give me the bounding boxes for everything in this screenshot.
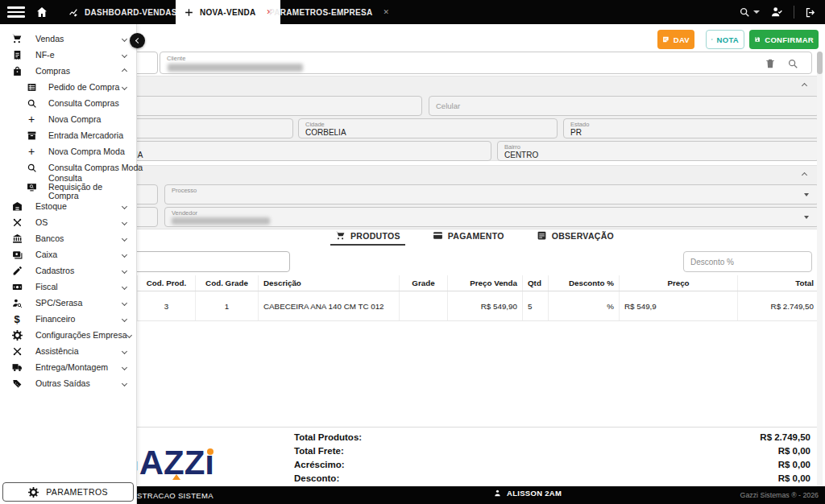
chevron-down-icon <box>122 35 127 41</box>
sidebar-item-consulta-requisicao[interactable]: Consulta Requisição de Compra <box>0 176 136 198</box>
sidebar-item-consulta-compras[interactable]: Consulta Compras <box>0 95 136 111</box>
chevron-down-icon <box>122 348 127 353</box>
search-icon <box>26 162 37 173</box>
cell-total: R$ 2.749,50 <box>738 291 819 321</box>
tab-pagamento[interactable]: PAGAMENTO <box>428 230 509 246</box>
search-icon <box>739 6 750 18</box>
plus-icon <box>184 7 194 18</box>
celular-field[interactable]: Celular <box>429 96 819 116</box>
product-search-input[interactable] <box>121 251 290 272</box>
statusbar-user: ALISSON 2AM <box>493 489 562 498</box>
dollar-icon: $ <box>11 313 23 324</box>
tab-label: NOVA-VENDA <box>200 8 255 17</box>
total-frete-row: Total Frete: R$ 0,00 <box>121 444 819 457</box>
table-header-row: Cod. Prod. Cod. Grade Descrição Grade Pr… <box>138 275 819 291</box>
cell-preco-venda: R$ 549,90 <box>448 291 523 321</box>
sidebar-item-fiscal[interactable]: Fiscal <box>0 279 136 295</box>
sidebar-item-nova-compra[interactable]: + Nova Compra <box>0 111 136 127</box>
home-icon[interactable] <box>35 6 48 19</box>
sidebar-item-bancos[interactable]: Bancos <box>0 230 136 246</box>
products-table: Cod. Prod. Cod. Grade Descrição Grade Pr… <box>137 275 819 321</box>
col-cod-prod: Cod. Prod. <box>138 275 196 291</box>
logout-icon[interactable] <box>805 6 817 19</box>
sidebar-item-nfe[interactable]: NF-e <box>0 47 136 63</box>
chevron-up-icon <box>122 68 127 73</box>
estado-field[interactable]: Estado PR <box>563 118 819 138</box>
logo-accent <box>172 474 180 480</box>
col-preco: Preço <box>620 275 738 291</box>
scrollbar-track[interactable] <box>817 52 823 488</box>
chevron-down-icon <box>804 193 809 196</box>
sidebar-item-entrada-mercadoria[interactable]: Entrada Mercadoria <box>0 127 136 143</box>
cep-field[interactable] <box>122 118 293 138</box>
sidebar-item-configuracoes-empresa[interactable]: Configurações Empresa <box>0 327 136 343</box>
discount-input[interactable] <box>683 251 812 272</box>
cidade-label: Cidade <box>305 121 325 128</box>
sidebar-item-vendas[interactable]: Vendas <box>0 31 136 47</box>
scrollbar-thumb[interactable] <box>817 52 823 74</box>
col-desconto: Desconto % <box>549 275 620 291</box>
sidebar-collapse-button[interactable] <box>130 33 145 48</box>
parametros-button[interactable]: PARAMETROS <box>2 482 134 502</box>
cell-descricao: CABECEIRA ANA 140 CM TC 012 <box>259 291 400 321</box>
table-row[interactable]: 3 1 CABECEIRA ANA 140 CM TC 012 R$ 549,9… <box>138 291 819 321</box>
sidebar-item-spc-serasa[interactable]: SPC/Serasa <box>0 295 136 311</box>
user-check-icon[interactable] <box>770 6 783 19</box>
bank-icon <box>11 233 23 244</box>
cliente-field[interactable]: Cliente <box>160 52 812 74</box>
hamburger-menu-icon[interactable] <box>7 6 25 18</box>
vendedor-select[interactable]: Vendedor <box>164 207 819 227</box>
sidebar-item-nova-compra-moda[interactable]: + Nova Compra Moda <box>0 143 136 159</box>
nota-button[interactable]: NOTA <box>706 30 744 49</box>
desconto-row: Desconto: R$ 0,00 <box>121 471 819 485</box>
chevron-down-icon <box>753 10 760 14</box>
processo-select[interactable]: Processo <box>164 184 819 204</box>
collapse-section-icon[interactable] <box>802 83 807 89</box>
search-icon <box>26 97 37 109</box>
bag-icon <box>11 65 23 76</box>
confirmar-button[interactable]: CONFIRMAR <box>749 30 819 49</box>
trash-icon[interactable] <box>765 58 776 69</box>
tab-label: PARAMETROS-EMPRESA <box>269 8 373 17</box>
sidebar-item-cadastros[interactable]: Cadastros <box>0 262 136 279</box>
cell-grade <box>400 291 448 321</box>
endereco-field[interactable]: IA <box>122 141 491 161</box>
tab-parametros-empresa[interactable]: PARAMETROS-EMPRESA ✕ <box>261 0 397 24</box>
tab-observacao[interactable]: OBSERVAÇÃO <box>532 230 619 246</box>
close-icon[interactable]: ✕ <box>383 8 390 16</box>
box-icon <box>26 130 37 141</box>
sidebar-item-entrega-montagem[interactable]: Entrega/Montagem <box>0 359 136 375</box>
vendedor-label: Vendedor <box>172 209 197 217</box>
search-menu[interactable] <box>739 6 760 18</box>
sidebar-item-financeiro[interactable]: $ Financeiro <box>0 311 136 327</box>
bairro-label: Bairro <box>504 143 520 151</box>
chevron-down-icon <box>122 300 127 305</box>
search-icon[interactable] <box>787 58 798 69</box>
cliente-value-redacted <box>168 64 303 72</box>
sidebar-item-assistencia[interactable]: Assistência <box>0 343 136 359</box>
sidebar-item-pedido-de-compra[interactable]: Pedido de Compra <box>0 79 136 95</box>
collapse-section-icon[interactable] <box>802 172 807 178</box>
sidebar-item-caixa[interactable]: Caixa <box>0 246 136 262</box>
processo-label: Processo <box>172 187 197 194</box>
save-icon <box>754 35 761 44</box>
bairro-field[interactable]: Bairro CENTRO <box>497 141 819 161</box>
col-preco-venda: Preço Venda <box>448 275 523 291</box>
sidebar-item-estoque[interactable]: Estoque <box>0 198 136 214</box>
dav-button[interactable]: DAV <box>657 30 694 49</box>
note-icon <box>537 230 547 241</box>
estado-label: Estado <box>570 121 589 128</box>
main-content: DAV NOTA CONFIRMAR Cliente Celular Cidad… <box>129 24 825 486</box>
sidebar-item-compras[interactable]: Compras <box>0 63 136 79</box>
cidade-field[interactable]: Cidade CORBELIA <box>298 118 558 138</box>
tab-produtos[interactable]: PRODUTOS <box>330 230 405 246</box>
telefone-field[interactable] <box>122 96 422 116</box>
sidebar-item-os[interactable]: OS <box>0 214 136 230</box>
warehouse-icon <box>11 200 23 212</box>
topbar-right-icons <box>739 0 825 24</box>
sidebar-item-outras-saidas[interactable]: Outras Saídas <box>0 375 136 391</box>
statusbar-left-text: STRACAO SISTEMA <box>137 491 214 500</box>
logo-dot <box>207 448 214 455</box>
receipt-icon <box>11 49 23 60</box>
chevron-left-icon <box>135 38 141 43</box>
